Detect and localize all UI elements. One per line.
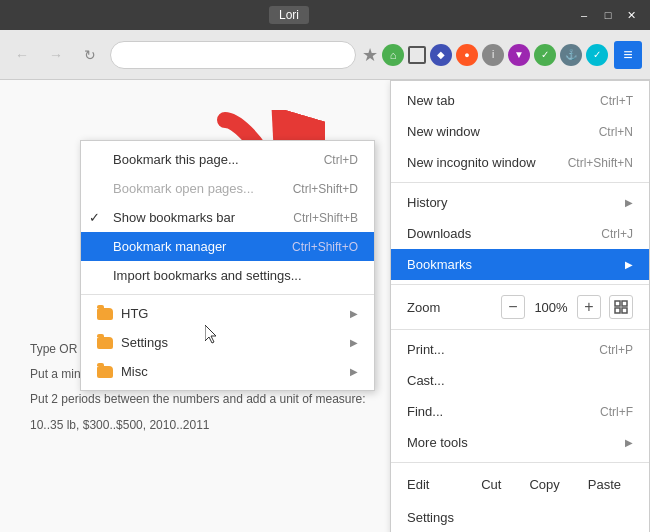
svg-rect-1 xyxy=(615,301,620,306)
menu-divider-4 xyxy=(391,462,649,463)
submenu-bookmark-page[interactable]: Bookmark this page... Ctrl+D xyxy=(81,145,374,174)
extension-icon2[interactable]: ◆ xyxy=(430,44,452,66)
submenu-arrow-right-3: ▶ xyxy=(350,366,358,377)
main-content: Type OR between all th Put a minus sign … xyxy=(0,80,650,532)
home-icon[interactable]: ⌂ xyxy=(382,44,404,66)
arrow-icon-more: ▶ xyxy=(625,437,633,448)
submenu-arrow-right: ▶ xyxy=(350,308,358,319)
title-bar-username: Lori xyxy=(269,6,309,24)
folder-icon xyxy=(97,308,113,320)
menu-bookmarks[interactable]: Bookmarks ▶ xyxy=(391,249,649,280)
extension-icon1[interactable] xyxy=(408,46,426,64)
arrow-icon: ▶ xyxy=(625,197,633,208)
svg-rect-4 xyxy=(622,308,627,313)
menu-new-tab[interactable]: New tab Ctrl+T xyxy=(391,85,649,116)
menu-new-incognito[interactable]: New incognito window Ctrl+Shift+N xyxy=(391,147,649,178)
copy-button[interactable]: Copy xyxy=(517,473,571,496)
bookmarks-submenu: Bookmark this page... Ctrl+D Bookmark op… xyxy=(80,140,375,391)
menu-more-tools[interactable]: More tools ▶ xyxy=(391,427,649,458)
refresh-button[interactable]: ↻ xyxy=(76,41,104,69)
back-button[interactable]: ← xyxy=(8,41,36,69)
svg-rect-3 xyxy=(615,308,620,313)
extension-icon3[interactable]: ● xyxy=(456,44,478,66)
browser-toolbar: ← → ↻ ★ ⌂ ◆ ● i ▼ ✓ ⚓ ✓ ≡ xyxy=(0,30,650,80)
menu-divider-3 xyxy=(391,329,649,330)
submenu-folder-settings[interactable]: Settings ▶ xyxy=(81,328,374,357)
menu-cast[interactable]: Cast... xyxy=(391,365,649,396)
menu-divider-2 xyxy=(391,284,649,285)
extension-icon4[interactable]: i xyxy=(482,44,504,66)
menu-divider-1 xyxy=(391,182,649,183)
cut-button[interactable]: Cut xyxy=(469,473,513,496)
submenu-import-bookmarks[interactable]: Import bookmarks and settings... xyxy=(81,261,374,290)
menu-edit-row: Edit Cut Copy Paste xyxy=(391,467,649,502)
menu-print[interactable]: Print... Ctrl+P xyxy=(391,334,649,365)
arrow-icon-bookmarks: ▶ xyxy=(625,259,633,270)
address-bar[interactable] xyxy=(110,41,356,69)
submenu-arrow-right-2: ▶ xyxy=(350,337,358,348)
menu-settings[interactable]: Settings xyxy=(391,502,649,532)
forward-button[interactable]: → xyxy=(42,41,70,69)
submenu-bookmark-manager[interactable]: Bookmark manager Ctrl+Shift+O xyxy=(81,232,374,261)
extension-icon6[interactable]: ✓ xyxy=(534,44,556,66)
toolbar-icons: ★ ⌂ ◆ ● i ▼ ✓ ⚓ ✓ xyxy=(362,44,608,66)
submenu-folder-misc[interactable]: Misc ▶ xyxy=(81,357,374,386)
folder-icon xyxy=(97,337,113,349)
extension-icon8[interactable]: ✓ xyxy=(586,44,608,66)
paste-button[interactable]: Paste xyxy=(576,473,633,496)
menu-downloads[interactable]: Downloads Ctrl+J xyxy=(391,218,649,249)
checkmark-icon: ✓ xyxy=(89,210,100,225)
zoom-fullscreen-button[interactable] xyxy=(609,295,633,319)
extension-icon5[interactable]: ▼ xyxy=(508,44,530,66)
zoom-in-button[interactable]: + xyxy=(577,295,601,319)
svg-rect-2 xyxy=(622,301,627,306)
folder-icon xyxy=(97,366,113,378)
minimize-button[interactable]: – xyxy=(574,5,594,25)
submenu-divider xyxy=(81,294,374,295)
chrome-main-menu: New tab Ctrl+T New window Ctrl+N New inc… xyxy=(390,80,650,532)
submenu-bookmark-open-pages[interactable]: Bookmark open pages... Ctrl+Shift+D xyxy=(81,174,374,203)
submenu-show-bookmarks-bar[interactable]: ✓ Show bookmarks bar Ctrl+Shift+B xyxy=(81,203,374,232)
title-bar: Lori – □ ✕ xyxy=(0,0,650,30)
extension-icon7[interactable]: ⚓ xyxy=(560,44,582,66)
star-icon[interactable]: ★ xyxy=(362,44,378,66)
zoom-out-button[interactable]: − xyxy=(501,295,525,319)
menu-find[interactable]: Find... Ctrl+F xyxy=(391,396,649,427)
menu-new-window[interactable]: New window Ctrl+N xyxy=(391,116,649,147)
menu-history[interactable]: History ▶ xyxy=(391,187,649,218)
maximize-button[interactable]: □ xyxy=(598,5,618,25)
close-button[interactable]: ✕ xyxy=(622,5,642,25)
menu-zoom-row: Zoom − 100% + xyxy=(391,289,649,325)
submenu-folder-htg[interactable]: HTG ▶ xyxy=(81,299,374,328)
chrome-menu-button[interactable]: ≡ xyxy=(614,41,642,69)
